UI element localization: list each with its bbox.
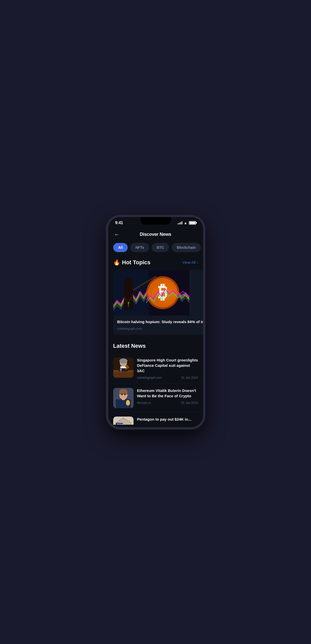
hot-topic-card-1[interactable]: ₿ Bitcoin halving hopium: Study reveals … [113,270,203,335]
news-date-1: 31 Jan 2024 [181,376,198,379]
filter-tabs-container: All NFTs BTC Blockchain Tools [108,243,203,257]
back-button[interactable]: ← [113,230,121,239]
svg-point-47 [124,393,126,395]
news-thumb-2: Ξ [113,388,134,408]
battery-icon [189,221,196,225]
news-thumb-artwork-2: Ξ [113,388,134,408]
header: ← Discover News [108,227,203,243]
hot-topic-content-1: Bitcoin halving hopium: Study reveals 84… [113,316,203,335]
svg-rect-29 [113,371,134,378]
hot-topic-artwork-1: ₿ [113,270,189,316]
news-title-2: Ethereum Vitalik Buterin Doesn't Want to… [137,388,198,399]
svg-rect-38 [121,371,121,372]
wifi-icon: ▲ [184,221,187,225]
news-thumb-artwork-1 [113,357,134,378]
filter-tab-all[interactable]: All [113,243,128,252]
svg-rect-7 [124,301,128,310]
hot-topic-meta-1: cointelegraph.com 31 Jan 2024 [117,327,203,331]
svg-point-3 [124,278,133,289]
chevron-right-icon: › [197,260,198,265]
phone-inner: 9:41 ▲ ← Discover News [108,217,203,427]
svg-rect-8 [129,301,133,310]
signal-icon [178,221,182,224]
svg-rect-45 [119,391,127,394]
filter-tab-nfts[interactable]: NFTs [130,243,149,252]
news-source-2: decrypt.co [137,401,151,405]
news-thumb-1 [113,357,134,378]
view-all-button[interactable]: View All › [182,260,198,265]
news-title-1: Singapore High Court greenlights DeFianc… [137,357,198,373]
hot-topics-title: 🔥 Hot Topics [113,259,151,266]
news-date-2: 31 Jan 2024 [181,401,198,405]
news-meta-2: decrypt.co 31 Jan 2024 [137,401,198,405]
svg-text:Ξ: Ξ [127,401,128,403]
status-icons: ▲ [178,221,196,225]
news-title-3: Pentagon to pay out $24K in... [137,417,198,422]
hot-topic-image-1: ₿ [113,270,203,316]
svg-point-46 [121,393,123,395]
notch [140,217,171,225]
svg-text:★★★: ★★★ [117,423,123,425]
hot-topics-scroll[interactable]: ₿ Bitcoin halving hopium: Study reveals … [108,270,203,341]
news-item-2[interactable]: Ξ Ethereum Vitalik Buterin Doesn't Want … [108,384,203,412]
latest-news-title: Latest News [108,343,203,353]
scroll-content[interactable]: ← Discover News All NFTs BTC Blockchain … [108,227,203,425]
svg-point-33 [119,358,127,364]
news-item-3[interactable]: ★★★ $ $ $ Pentagon to pay out $24K in... [108,412,203,425]
news-item-1[interactable]: Singapore High Court greenlights DeFianc… [108,353,203,384]
news-meta-1: cointelegraph.com 31 Jan 2024 [137,376,198,379]
hot-topics-header: 🔥 Hot Topics View All › [108,257,203,270]
page-title: Discover News [140,232,171,237]
news-content-2: Ethereum Vitalik Buterin Doesn't Want to… [137,388,198,408]
svg-point-37 [120,369,122,371]
fire-emoji: 🔥 [113,259,120,266]
latest-news-section: Latest News [108,341,203,425]
news-thumb-3: ★★★ $ $ $ [113,417,134,425]
svg-rect-4 [124,288,133,302]
news-content-3: Pentagon to pay out $24K in... [137,417,198,425]
news-content-1: Singapore High Court greenlights DeFianc… [137,357,198,379]
news-source-1: cointelegraph.com [137,376,162,379]
news-thumb-artwork-3: ★★★ $ $ $ [113,417,134,425]
hot-topic-source-1: cointelegraph.com [117,327,142,331]
phone-frame: 9:41 ▲ ← Discover News [106,215,205,429]
status-time: 9:41 [115,221,123,225]
filter-tab-blockchain[interactable]: Blockchain [172,243,201,252]
filter-tab-btc[interactable]: BTC [152,243,169,252]
hot-topic-title-1: Bitcoin halving hopium: Study reveals 84… [117,319,203,324]
